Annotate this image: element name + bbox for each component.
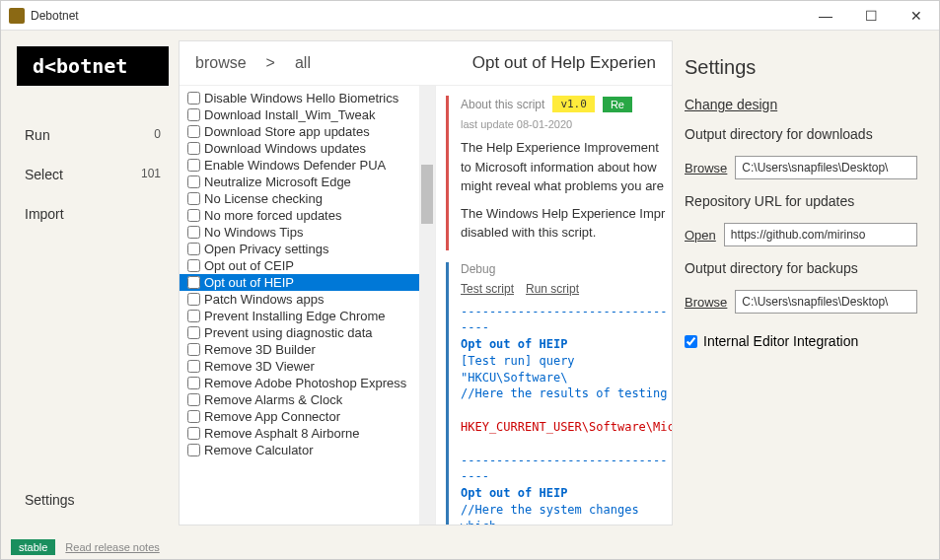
script-item[interactable]: Download Install_Wim_Tweak	[180, 106, 419, 123]
script-checkbox[interactable]	[187, 159, 200, 172]
script-checkbox[interactable]	[187, 293, 200, 306]
description-1: The Help Experience Improvement to Micro…	[461, 138, 672, 196]
script-item[interactable]: Prevent using diagnostic data	[180, 324, 419, 341]
script-label: Disable Windows Hello Biometrics	[204, 91, 398, 105]
script-label: Neutralize Microsoft Edge	[204, 175, 351, 189]
internal-editor-label: Internal Editor Integration	[703, 333, 858, 349]
script-item[interactable]: Opt out of CEIP	[180, 257, 419, 274]
app-icon	[9, 8, 25, 24]
status-badge: stable	[11, 539, 55, 555]
script-checkbox[interactable]	[187, 209, 200, 222]
script-label: Remove App Connector	[204, 409, 340, 424]
script-checkbox[interactable]	[187, 360, 200, 373]
script-checkbox[interactable]	[187, 226, 200, 239]
script-label: No Windows Tips	[204, 225, 303, 240]
script-item[interactable]: Prevent Installing Edge Chrome	[180, 308, 419, 324]
script-item[interactable]: Remove Alarms & Clock	[180, 391, 419, 408]
version-badge: v1.0	[552, 96, 595, 112]
script-item[interactable]: Remove App Connector	[180, 408, 419, 425]
script-checkbox[interactable]	[187, 393, 200, 406]
script-checkbox[interactable]	[187, 343, 200, 356]
maximize-button[interactable]: ☐	[848, 1, 894, 31]
nav-select[interactable]: Select 101	[17, 155, 169, 194]
script-item[interactable]: Remove Calculator	[180, 442, 419, 458]
script-checkbox[interactable]	[187, 444, 200, 456]
repo-label: Repository URL for updates	[685, 193, 917, 209]
script-checkbox[interactable]	[187, 410, 200, 423]
script-item[interactable]: Patch Windows apps	[180, 291, 419, 308]
script-label: Prevent Installing Edge Chrome	[204, 309, 386, 323]
app-window: Debotnet — ☐ ✕ d<botnet Run 0 Select 101…	[0, 0, 940, 560]
script-item[interactable]: No Windows Tips	[180, 224, 419, 241]
script-label: No more forced updates	[204, 208, 341, 223]
debug-output: --------------------------------- Opt ou…	[461, 304, 672, 525]
script-checkbox[interactable]	[187, 243, 200, 255]
breadcrumb-all[interactable]: all	[295, 54, 311, 72]
internal-editor-row[interactable]: Internal Editor Integration	[685, 333, 917, 349]
run-script-link[interactable]: Run script	[526, 282, 579, 296]
breadcrumb-browse[interactable]: browse	[195, 54, 247, 72]
nav-run-label: Run	[25, 127, 50, 143]
recommended-badge: Re	[603, 97, 632, 112]
output-backup-label: Output directory for backups	[685, 260, 917, 276]
description-2: The Windows Help Experience Impr disable…	[461, 204, 672, 243]
script-item[interactable]: Neutralize Microsoft Edge	[180, 174, 419, 190]
script-checkbox[interactable]	[187, 125, 200, 138]
open-repo-link[interactable]: Open	[685, 228, 716, 243]
script-item[interactable]: Enable Windows Defender PUA	[180, 157, 419, 174]
script-item[interactable]: Open Privacy settings	[180, 241, 419, 257]
script-checkbox[interactable]	[187, 326, 200, 339]
script-label: Remove Adobe Photoshop Express	[204, 376, 406, 390]
script-checkbox[interactable]	[187, 377, 200, 389]
script-label: Remove Calculator	[204, 443, 314, 457]
script-item[interactable]: Download Windows updates	[180, 140, 419, 157]
script-label: Remove Asphalt 8 Airborne	[204, 426, 360, 441]
script-item[interactable]: No more forced updates	[180, 207, 419, 224]
sidebar: d<botnet Run 0 Select 101 Import Setting…	[11, 40, 179, 525]
script-checkbox[interactable]	[187, 310, 200, 322]
script-item[interactable]: Disable Windows Hello Biometrics	[180, 90, 419, 106]
script-checkbox[interactable]	[187, 259, 200, 272]
script-item[interactable]: No License checking	[180, 190, 419, 207]
script-item[interactable]: Download Store app updates	[180, 123, 419, 140]
close-button[interactable]: ✕	[894, 1, 939, 31]
script-checkbox[interactable]	[187, 276, 200, 289]
test-script-link[interactable]: Test script	[461, 282, 514, 296]
change-design-link[interactable]: Change design	[685, 97, 917, 112]
internal-editor-checkbox[interactable]	[685, 335, 697, 348]
repo-url-input[interactable]	[724, 223, 917, 246]
script-item[interactable]: Opt out of HEIP	[180, 274, 419, 291]
download-path-input[interactable]	[735, 156, 917, 179]
script-item[interactable]: Remove 3D Viewer	[180, 358, 419, 375]
nav-select-count: 101	[141, 167, 161, 182]
script-checkbox[interactable]	[187, 175, 200, 188]
nav-run[interactable]: Run 0	[17, 115, 169, 155]
content-area: d<botnet Run 0 Select 101 Import Setting…	[1, 31, 939, 535]
nav-settings[interactable]: Settings	[17, 480, 169, 520]
script-checkbox[interactable]	[187, 192, 200, 205]
minimize-button[interactable]: —	[803, 1, 848, 31]
main-body: Disable Windows Hello BiometricsDownload…	[180, 86, 672, 525]
about-label: About this script	[461, 98, 544, 111]
script-checkbox[interactable]	[187, 92, 200, 105]
browse-backup-link[interactable]: Browse	[685, 295, 727, 310]
script-checkbox[interactable]	[187, 427, 200, 440]
script-item[interactable]: Remove 3D Builder	[180, 341, 419, 358]
script-item[interactable]: Remove Adobe Photoshop Express	[180, 375, 419, 391]
statusbar: stable Read release notes	[1, 535, 939, 559]
script-checkbox[interactable]	[187, 108, 200, 121]
settings-panel: Settings Change design Output directory …	[673, 40, 929, 525]
browse-download-link[interactable]: Browse	[685, 161, 727, 175]
scrollbar-thumb[interactable]	[421, 165, 433, 224]
backup-path-input[interactable]	[735, 290, 917, 314]
settings-title: Settings	[685, 56, 917, 79]
script-label: No License checking	[204, 191, 323, 206]
script-checkbox[interactable]	[187, 142, 200, 155]
nav-select-label: Select	[25, 167, 63, 182]
script-item[interactable]: Remove Asphalt 8 Airborne	[180, 425, 419, 442]
scrollbar-vertical[interactable]	[419, 86, 435, 525]
script-label: Download Store app updates	[204, 124, 370, 139]
release-notes-link[interactable]: Read release notes	[65, 541, 159, 553]
script-list[interactable]: Disable Windows Hello BiometricsDownload…	[180, 86, 419, 525]
nav-import[interactable]: Import	[17, 194, 169, 234]
